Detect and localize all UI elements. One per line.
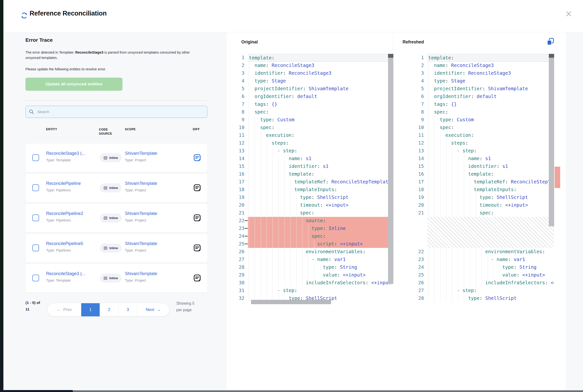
code-text: name: s1 (427, 155, 554, 162)
indent-guides (249, 186, 296, 194)
diff-note-icon[interactable] (193, 244, 201, 252)
refreshed-vertical-scrollbar[interactable] (549, 54, 554, 304)
scrollbar-thumb[interactable] (549, 58, 554, 226)
code-line: 7 tags: {} (412, 100, 554, 108)
table-row: ReconcileStage3 (...Type: TemplateInline… (25, 144, 207, 172)
code-text: value: <+input> (427, 271, 554, 279)
row-checkbox[interactable] (32, 214, 39, 221)
code-line: 13 - step: (233, 147, 393, 155)
scope-type-label: Type: Project (125, 278, 157, 282)
refresh-icon (21, 12, 28, 19)
code-line: 4 type: Stage (233, 77, 393, 85)
entity-link[interactable]: ReconcilePipeline2 (46, 211, 83, 216)
original-horizontal-scrollbar[interactable] (251, 300, 331, 304)
scope-link[interactable]: ShivamTemplate (125, 271, 157, 276)
pagination-next-button[interactable]: Next → (137, 303, 169, 316)
diff-note-icon[interactable] (193, 154, 201, 162)
line-number: 21 (412, 209, 427, 217)
indent-guides (428, 209, 482, 217)
row-checkbox[interactable] (32, 154, 39, 161)
dialog-body: Error Trace The error detected in Templa… (3, 32, 583, 390)
next-label: Next (146, 307, 154, 312)
dialog-header: Reference Reconciliation (3, 0, 583, 32)
code-text: identifier: s1 (427, 162, 554, 170)
scope-cell: ShivamTemplateType: Project (125, 271, 157, 282)
pagination-page-2[interactable]: 2 (100, 303, 118, 316)
code-line: 24 spec: (233, 232, 393, 240)
pagination-page-1[interactable]: 1 (81, 303, 100, 316)
diff-note-icon[interactable] (193, 274, 201, 282)
indent-guides (428, 178, 476, 186)
scope-link[interactable]: ShivamTemplate (125, 211, 157, 216)
search-input[interactable] (25, 106, 207, 118)
arrow-right-icon: → (157, 307, 161, 312)
code-line: 5 projectIdentifier: ShivamTemplate (233, 85, 393, 93)
indent-guides (428, 139, 452, 147)
row-checkbox[interactable] (32, 274, 39, 282)
entity-link[interactable]: ReconcileStage3 (... (46, 151, 85, 156)
line-number: 6 (233, 93, 248, 100)
pagination-page-3[interactable]: 3 (118, 303, 137, 316)
prev-label: Prev (63, 307, 72, 312)
line-number: 7 (233, 100, 248, 108)
search-icon (29, 109, 34, 114)
entity-type-label: Type: Pipelines (46, 188, 81, 192)
indent-guides (428, 70, 434, 77)
entity-link[interactable]: ReconcilePipeline (46, 181, 81, 186)
code-text: type: Custom (248, 116, 393, 124)
code-source-label: Inline (109, 246, 118, 250)
line-number: 32 (233, 294, 248, 302)
code-text: identifier: s1 (248, 162, 393, 170)
code-line: 26 includeInfraSelectors: <+input> (412, 279, 554, 287)
scope-cell: ShivamTemplateType: Project (125, 151, 157, 162)
code-text: identifier: ReconcileStage3 (248, 70, 393, 77)
row-checkbox[interactable] (32, 244, 39, 251)
code-line: 5 projectIdentifier: ShivamTemplate (412, 85, 554, 93)
entity-type-label: Type: Pipelines (46, 248, 83, 252)
background-horizontal-scrollbar[interactable] (73, 390, 583, 392)
line-number: 24 (412, 264, 427, 271)
code-text: includeInfraSelectors: <+input> (248, 279, 393, 287)
entity-link[interactable]: ReconcileStage3 (... (46, 271, 85, 276)
code-line: 3 identifier: ReconcileStage3 (412, 70, 554, 77)
line-number: 22 (412, 248, 427, 256)
line-number: 12 (412, 139, 427, 147)
scrollbar-thumb[interactable] (388, 58, 393, 283)
line-number: 20 (412, 201, 427, 209)
close-icon[interactable] (565, 10, 572, 17)
pagination-prev-button[interactable]: ← Prev (47, 303, 81, 316)
scope-link[interactable]: ShivamTemplate (125, 241, 157, 246)
code-text: spec: (427, 209, 554, 217)
line-number: 8 (233, 108, 248, 116)
code-source-label: Inline (109, 216, 118, 220)
indent-guides (428, 294, 470, 302)
indent-guides (428, 170, 470, 178)
indent-guides (428, 100, 434, 108)
diff-note-icon[interactable] (193, 214, 201, 222)
code-text: execution: (248, 132, 393, 139)
copy-icon[interactable] (546, 38, 555, 46)
code-text: spec: (248, 108, 393, 116)
original-vertical-scrollbar[interactable] (388, 54, 393, 304)
indent-guides (428, 116, 440, 124)
code-text: includeInfraSelectors: <+input> (427, 279, 554, 287)
indent-guides (249, 194, 302, 201)
code-text: template: (248, 54, 393, 62)
code-line: 22 source: (233, 217, 393, 224)
scope-link[interactable]: ShivamTemplate (125, 181, 157, 186)
code-line: 24 type: String (412, 264, 554, 271)
indent-guides (428, 132, 446, 139)
code-line: 3 identifier: ReconcileStage3 (233, 70, 393, 77)
row-checkbox[interactable] (32, 184, 39, 191)
update-all-unsynced-entities-button[interactable]: Update all unsynced entities (25, 78, 122, 91)
scope-type-label: Type: Project (125, 158, 157, 162)
line-number: 1 (412, 54, 427, 62)
code-source-label: Inline (109, 186, 118, 190)
diff-note-icon[interactable] (193, 184, 201, 192)
line-number: 22 (233, 217, 248, 224)
scope-link[interactable]: ShivamTemplate (125, 151, 157, 156)
code-text: name: ReconcileStage3 (248, 62, 393, 70)
entity-link[interactable]: ReconcilePipeline5 (46, 241, 83, 246)
indent-guides (428, 264, 505, 271)
code-text: timeout: <+input> (427, 201, 554, 209)
